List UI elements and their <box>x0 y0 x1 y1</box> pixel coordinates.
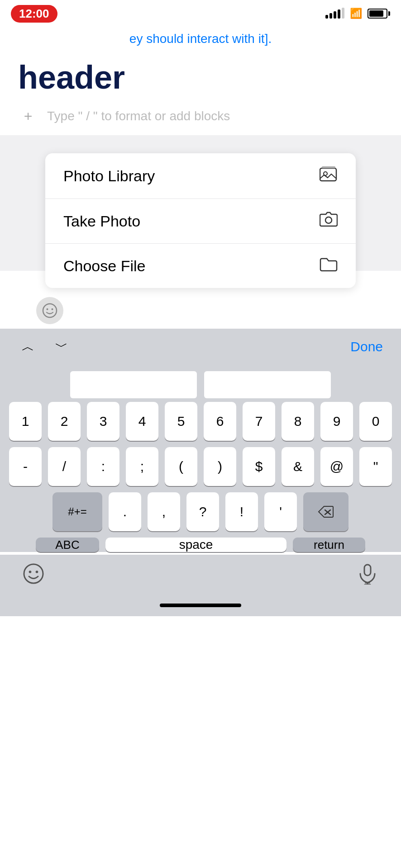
signal-icon <box>325 9 344 19</box>
toolbar-nav: ︿ ﹀ <box>18 336 72 357</box>
photo-library-label: Photo Library <box>63 167 155 185</box>
keyboard-row-special: #+= . , ? ! ' <box>0 492 401 531</box>
key-2[interactable]: 2 <box>48 402 81 441</box>
add-block-button[interactable]: + <box>18 106 38 126</box>
emoji-btn-row <box>18 292 383 329</box>
key-9[interactable]: 9 <box>320 402 353 441</box>
key-quote[interactable]: " <box>359 447 392 486</box>
key-0[interactable]: 0 <box>359 402 392 441</box>
add-block-row: + Type " / " to format or add blocks <box>18 106 383 126</box>
keyboard-toolbar: ︿ ﹀ Done <box>0 329 401 365</box>
key-4[interactable]: 4 <box>126 402 158 441</box>
bottom-emoji-button[interactable] <box>23 563 44 589</box>
svg-point-9 <box>24 564 43 583</box>
svg-point-11 <box>36 571 38 573</box>
wifi-icon: 📶 <box>350 8 362 19</box>
key-semicolon[interactable]: ; <box>126 447 158 486</box>
keyboard-row-bottom: ABC space return <box>0 538 401 552</box>
key-at[interactable]: @ <box>320 447 353 486</box>
keyboard-input-row <box>0 365 401 402</box>
key-6[interactable]: 6 <box>204 402 236 441</box>
battery-icon <box>368 9 390 19</box>
toolbar-prev-button[interactable]: ︿ <box>18 336 38 357</box>
key-close-paren[interactable]: ) <box>204 447 236 486</box>
key-colon[interactable]: : <box>87 447 119 486</box>
key-apostrophe[interactable]: ' <box>264 492 297 531</box>
key-3[interactable]: 3 <box>87 402 119 441</box>
key-period[interactable]: . <box>109 492 141 531</box>
status-bar: 12:00 📶 <box>0 0 401 27</box>
svg-rect-1 <box>322 166 335 168</box>
status-icons: 📶 <box>325 8 390 19</box>
page-title: header <box>18 60 383 95</box>
photo-library-icon <box>320 166 338 186</box>
key-dash[interactable]: - <box>9 447 42 486</box>
key-dollar[interactable]: $ <box>243 447 275 486</box>
keyboard-row-symbols: - / : ; ( ) $ & @ " <box>0 447 401 486</box>
action-menu-photo-library[interactable]: Photo Library <box>45 153 356 199</box>
key-delete[interactable] <box>303 492 348 531</box>
bottom-mic-button[interactable] <box>357 563 378 589</box>
key-7[interactable]: 7 <box>243 402 275 441</box>
key-1[interactable]: 1 <box>9 402 42 441</box>
choose-file-label: Choose File <box>63 257 145 275</box>
key-open-paren[interactable]: ( <box>165 447 197 486</box>
key-comma[interactable]: , <box>148 492 180 531</box>
action-menu: Photo Library Take Photo <box>45 153 356 288</box>
editor-placeholder: Type " / " to format or add blocks <box>47 109 230 123</box>
key-return[interactable]: return <box>293 538 365 552</box>
home-bar <box>160 604 241 607</box>
take-photo-label: Take Photo <box>63 212 140 230</box>
key-ampersand[interactable]: & <box>282 447 314 486</box>
key-question[interactable]: ? <box>186 492 219 531</box>
svg-point-3 <box>325 217 332 223</box>
key-5[interactable]: 5 <box>165 402 197 441</box>
editor-area: header + Type " / " to format or add blo… <box>0 46 401 126</box>
toolbar-done-button[interactable]: Done <box>350 339 383 354</box>
choose-file-icon <box>320 256 338 275</box>
key-8[interactable]: 8 <box>282 402 314 441</box>
key-space[interactable]: space <box>105 538 286 552</box>
action-menu-choose-file[interactable]: Choose File <box>45 244 356 288</box>
emoji-button[interactable] <box>36 297 63 324</box>
keyboard-row-numbers: 1 2 3 4 5 6 7 8 9 0 <box>0 402 401 441</box>
take-photo-icon <box>320 212 338 231</box>
svg-point-10 <box>29 571 32 573</box>
status-time: 12:00 <box>11 5 57 23</box>
home-indicator-area <box>0 597 401 616</box>
keyboard-input-left <box>70 371 197 398</box>
top-banner: ey should interact with it]. <box>0 27 401 46</box>
key-exclamation[interactable]: ! <box>225 492 258 531</box>
key-hash-plus-equals[interactable]: #+= <box>53 492 102 531</box>
keyboard-area: 1 2 3 4 5 6 7 8 9 0 - / : ; ( ) $ & @ " … <box>0 365 401 552</box>
svg-rect-12 <box>364 565 371 576</box>
svg-point-5 <box>47 308 48 310</box>
key-abc[interactable]: ABC <box>36 538 99 552</box>
toolbar-next-button[interactable]: ﹀ <box>52 336 72 357</box>
svg-point-6 <box>52 308 53 310</box>
svg-rect-0 <box>320 168 336 181</box>
keyboard-input-right <box>204 371 331 398</box>
action-menu-container: Photo Library Take Photo <box>18 153 383 329</box>
action-menu-take-photo[interactable]: Take Photo <box>45 199 356 244</box>
svg-point-4 <box>43 304 57 317</box>
bottom-bar <box>0 555 401 597</box>
key-slash[interactable]: / <box>48 447 81 486</box>
